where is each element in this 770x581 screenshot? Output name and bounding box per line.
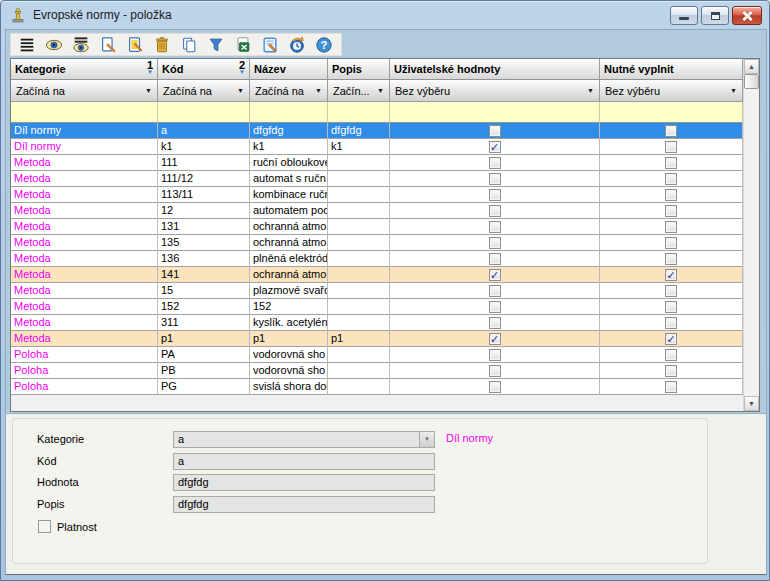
kod-field[interactable]: a	[173, 453, 435, 470]
required-checkbox[interactable]	[665, 189, 677, 201]
delete-button[interactable]	[148, 34, 175, 55]
history-button[interactable]	[283, 34, 310, 55]
column-header-2[interactable]: Název	[250, 59, 328, 80]
kategorie-combobox[interactable]: a ▼	[173, 431, 435, 448]
user-values-checkbox[interactable]	[489, 365, 501, 377]
column-header-0[interactable]: Kategorie1▼	[11, 59, 158, 80]
filter-dropdown-4[interactable]: Bez výběru▼	[390, 80, 600, 102]
table-row[interactable]: Metoda111/12automat s ručn	[11, 171, 743, 187]
table-row[interactable]: Metoda111ruční obloukové	[11, 155, 743, 171]
filter-input-5[interactable]	[600, 102, 743, 123]
user-values-checkbox[interactable]: ✓	[489, 333, 501, 345]
filter-input-0[interactable]	[11, 102, 158, 123]
required-checkbox[interactable]	[665, 157, 677, 169]
user-values-checkbox[interactable]	[489, 157, 501, 169]
table-row[interactable]: Díl normyk1k1k1✓	[11, 139, 743, 155]
user-values-checkbox[interactable]	[489, 237, 501, 249]
column-header-5[interactable]: Nutné vyplnit	[600, 59, 743, 80]
cell-kod: PA	[158, 347, 250, 363]
column-header-4[interactable]: Uživatelské hodnoty	[390, 59, 600, 80]
list-button[interactable]	[13, 34, 40, 55]
filter-dropdown-5[interactable]: Bez výběru▼	[600, 80, 743, 102]
view-all-button[interactable]	[67, 34, 94, 55]
hodnota-field[interactable]: dfgfdg	[173, 474, 435, 491]
table-row[interactable]: Metoda311kyslík. acetylén	[11, 315, 743, 331]
platnost-checkbox[interactable]	[38, 520, 51, 533]
user-values-checkbox[interactable]	[489, 301, 501, 313]
filter-dropdown-3[interactable]: Začín...▼	[328, 80, 390, 102]
required-checkbox[interactable]	[665, 205, 677, 217]
close-button[interactable]	[732, 6, 762, 25]
filter-button[interactable]	[202, 34, 229, 55]
user-values-checkbox[interactable]	[489, 205, 501, 217]
column-header-3[interactable]: Popis	[328, 59, 390, 80]
table-row[interactable]: Metoda131ochranná atmo	[11, 219, 743, 235]
table-row[interactable]: PolohaPBvodorovná sho	[11, 363, 743, 379]
user-values-checkbox[interactable]: ✓	[489, 269, 501, 281]
required-checkbox[interactable]	[665, 365, 677, 377]
required-checkbox[interactable]: ✓	[665, 269, 677, 281]
kategorie-dropdown-button[interactable]: ▼	[419, 432, 434, 447]
table-row[interactable]: PolohaPAvodorovná sho	[11, 347, 743, 363]
required-checkbox[interactable]	[665, 237, 677, 249]
scrollbar-thumb[interactable]	[744, 74, 759, 89]
table-row[interactable]: Metoda113/11kombinace ručn	[11, 187, 743, 203]
required-checkbox[interactable]	[665, 349, 677, 361]
user-values-checkbox[interactable]	[489, 381, 501, 393]
form-edit-button[interactable]	[256, 34, 283, 55]
table-row[interactable]: Metoda152152	[11, 299, 743, 315]
user-values-checkbox[interactable]	[489, 285, 501, 297]
filter-input-3[interactable]	[328, 102, 390, 123]
user-values-checkbox[interactable]	[489, 221, 501, 233]
new-button[interactable]	[94, 34, 121, 55]
user-values-checkbox[interactable]: ✓	[489, 141, 501, 153]
cell-checkbox	[600, 123, 743, 139]
filter-input-4[interactable]	[390, 102, 600, 123]
table-row[interactable]: Metoda12automatem poc	[11, 203, 743, 219]
required-checkbox[interactable]	[665, 253, 677, 265]
required-checkbox[interactable]	[665, 301, 677, 313]
user-values-checkbox[interactable]	[489, 317, 501, 329]
filter-input-1[interactable]	[158, 102, 250, 123]
table-row[interactable]: Metodap1p1p1✓✓	[11, 331, 743, 347]
required-checkbox[interactable]	[665, 285, 677, 297]
required-checkbox[interactable]	[665, 141, 677, 153]
required-checkbox[interactable]	[665, 317, 677, 329]
table-row[interactable]: Metoda136plněná elektród	[11, 251, 743, 267]
edit-button[interactable]	[121, 34, 148, 55]
table-row[interactable]: Metoda135ochranná atmo	[11, 235, 743, 251]
user-values-checkbox[interactable]	[489, 349, 501, 361]
maximize-button[interactable]	[701, 6, 729, 25]
column-header-1[interactable]: Kód2▼	[158, 59, 250, 80]
cell-kod: 15	[158, 283, 250, 299]
filter-dropdown-1[interactable]: Začíná na▼	[158, 80, 250, 102]
popis-field[interactable]: dfgfdg	[173, 496, 435, 513]
user-values-checkbox[interactable]	[489, 189, 501, 201]
required-checkbox[interactable]	[665, 125, 677, 137]
filter-input-2[interactable]	[250, 102, 328, 123]
view-button[interactable]	[40, 34, 67, 55]
minimize-button[interactable]	[670, 6, 698, 25]
required-checkbox[interactable]	[665, 381, 677, 393]
table-row[interactable]: PolohaPGsvislá shora dol	[11, 379, 743, 395]
required-checkbox[interactable]	[665, 173, 677, 185]
scroll-down-button[interactable]: ▼	[744, 396, 759, 411]
required-checkbox[interactable]: ✓	[665, 333, 677, 345]
titlebar[interactable]: Evropské normy - položka	[1, 1, 769, 29]
cell-checkbox	[600, 379, 743, 395]
export-excel-button[interactable]	[229, 34, 256, 55]
copy-button[interactable]	[175, 34, 202, 55]
required-checkbox[interactable]	[665, 221, 677, 233]
user-values-checkbox[interactable]	[489, 125, 501, 137]
table-row[interactable]: Metoda141ochranná atmo✓✓	[11, 267, 743, 283]
scroll-up-button[interactable]: ▲	[744, 59, 759, 74]
table-row[interactable]: Díl normyadfgfdgdfgfdg	[11, 123, 743, 139]
table-row[interactable]: Metoda15plazmové svařo	[11, 283, 743, 299]
filter-dropdown-2[interactable]: Začíná na▼	[250, 80, 328, 102]
user-values-checkbox[interactable]	[489, 173, 501, 185]
cell-popis	[328, 299, 390, 315]
vertical-scrollbar[interactable]: ▲ ▼	[743, 59, 759, 411]
help-button[interactable]: ?	[310, 34, 337, 55]
user-values-checkbox[interactable]	[489, 253, 501, 265]
filter-dropdown-0[interactable]: Začíná na▼	[11, 80, 158, 102]
